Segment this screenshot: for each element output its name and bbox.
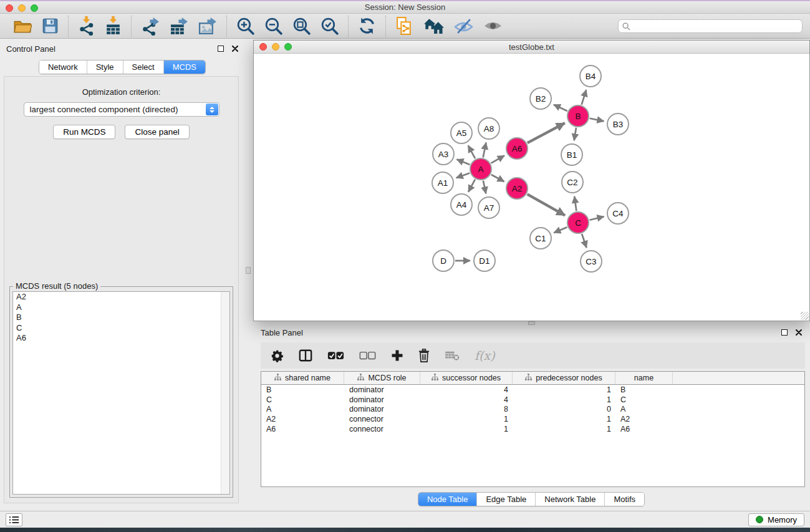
close-panel-button[interactable]: Close panel (125, 125, 189, 139)
zoom-window-icon[interactable] (31, 4, 38, 12)
cell[interactable]: connector (344, 425, 420, 433)
graph-node-A2[interactable]: A2 (506, 178, 528, 199)
graph-node-A6[interactable]: A6 (506, 138, 528, 159)
tab-mcds[interactable]: MCDS (164, 60, 205, 74)
new-network-file-icon[interactable] (395, 16, 413, 36)
column-header-shared-name[interactable]: shared name (261, 372, 344, 384)
graph-node-D1[interactable]: D1 (474, 250, 495, 271)
cell[interactable]: B (615, 385, 673, 394)
cell[interactable]: A (261, 405, 344, 414)
cell[interactable]: 1 (513, 385, 615, 394)
column-header-name[interactable]: name (615, 372, 673, 384)
minimize-network-icon[interactable] (272, 43, 279, 51)
cell[interactable]: 4 (420, 385, 513, 394)
mcds-result-list[interactable]: A2ABCA6 (12, 291, 230, 495)
graph-edge-A-A6[interactable] (491, 155, 505, 163)
cell[interactable]: A (615, 405, 673, 414)
column-header-successor-nodes[interactable]: successor nodes (420, 372, 513, 384)
cell[interactable]: B (261, 385, 344, 394)
resize-grip-icon[interactable] (801, 312, 809, 320)
cell[interactable]: 1 (513, 395, 615, 404)
float-table-panel-icon[interactable] (781, 329, 788, 336)
task-history-button[interactable] (6, 513, 22, 526)
column-header-predecessor-nodes[interactable]: predecessor nodes (513, 372, 615, 384)
tab-network[interactable]: Network (39, 60, 87, 74)
graph-node-B2[interactable]: B2 (530, 88, 551, 109)
graph-node-C2[interactable]: C2 (562, 172, 583, 193)
cell[interactable]: C (261, 395, 344, 404)
cell[interactable]: dominator (344, 385, 420, 394)
graph-node-B1[interactable]: B1 (561, 144, 582, 165)
graph-node-A8[interactable]: A8 (478, 118, 499, 139)
splitter-grip-vertical[interactable] (246, 267, 251, 274)
graph-node-C4[interactable]: C4 (607, 203, 629, 224)
mcds-result-item[interactable]: B (13, 312, 229, 323)
column-browser-icon[interactable] (299, 349, 312, 362)
zoom-in-icon[interactable] (236, 17, 254, 35)
graph-edge-A-A3[interactable] (456, 160, 470, 165)
table-row[interactable]: Adominator80A (261, 405, 804, 415)
tab-network-table[interactable]: Network Table (536, 493, 605, 506)
graph-edge-B-B4[interactable] (582, 90, 586, 105)
graph-edge-A6-B[interactable] (528, 123, 565, 143)
graph-node-D[interactable]: D (433, 250, 454, 271)
cell[interactable]: dominator (344, 405, 420, 414)
mcds-result-item[interactable]: A6 (13, 333, 229, 344)
graph-edge-B-B1[interactable] (574, 128, 576, 141)
deselect-all-icon[interactable] (359, 351, 376, 360)
graph-node-A4[interactable]: A4 (451, 194, 472, 215)
tab-edge-table[interactable]: Edge Table (477, 493, 536, 506)
zoom-fit-icon[interactable] (292, 17, 311, 35)
mcds-result-item[interactable]: A (13, 302, 229, 313)
criterion-dropdown[interactable]: largest connected component (directed) (24, 102, 219, 117)
hide-panel-icon[interactable] (454, 17, 473, 35)
cell[interactable]: 1 (513, 415, 615, 423)
scrollbar[interactable] (221, 292, 229, 494)
graph-edge-A-A4[interactable] (468, 180, 475, 192)
graph-node-A1[interactable]: A1 (432, 172, 453, 193)
cell[interactable]: A6 (261, 425, 344, 433)
cell[interactable]: 8 (420, 405, 513, 414)
export-image-icon[interactable] (198, 17, 217, 36)
import-table-icon[interactable] (105, 16, 122, 36)
cell[interactable]: 4 (420, 395, 513, 404)
zoom-network-icon[interactable] (284, 43, 292, 51)
show-eye-icon[interactable] (483, 19, 503, 33)
tab-motifs[interactable]: Motifs (605, 493, 644, 506)
graph-edge-B-B3[interactable] (590, 118, 604, 122)
cell[interactable]: C (615, 395, 673, 404)
graph-node-A[interactable]: A (470, 158, 491, 180)
graph-edge-A-A5[interactable] (468, 145, 475, 158)
import-network-icon[interactable] (78, 16, 95, 36)
select-all-icon[interactable] (327, 351, 344, 360)
graph-edge-A-A1[interactable] (456, 173, 470, 178)
cell[interactable]: connector (344, 415, 420, 423)
graph-node-C[interactable]: C (567, 212, 589, 233)
tab-style[interactable]: Style (87, 60, 123, 74)
cell[interactable]: A2 (615, 415, 673, 423)
cell[interactable]: 1 (420, 425, 513, 433)
mcds-result-item[interactable]: A2 (13, 292, 229, 302)
graph-node-B3[interactable]: B3 (607, 114, 629, 135)
cell[interactable]: A2 (261, 415, 344, 423)
graph-edge-C-C4[interactable] (590, 216, 604, 220)
graph-node-B4[interactable]: B4 (580, 65, 601, 87)
search-input[interactable] (618, 19, 803, 33)
graph-edge-A2-C[interactable] (528, 194, 566, 215)
graph-edge-C-C1[interactable] (554, 227, 567, 233)
graph-edge-A-A2[interactable] (491, 175, 504, 181)
refresh-icon[interactable] (358, 17, 376, 35)
memory-button[interactable]: Memory (748, 513, 804, 526)
graph-node-A5[interactable]: A5 (451, 122, 472, 143)
delete-icon[interactable] (418, 349, 430, 362)
graph-node-A3[interactable]: A3 (433, 143, 454, 165)
graph-edge-A-A8[interactable] (483, 143, 486, 158)
graph-node-A7[interactable]: A7 (478, 197, 499, 218)
float-panel-icon[interactable] (218, 46, 224, 52)
export-network-icon[interactable] (141, 17, 160, 36)
cell[interactable]: 0 (513, 405, 615, 414)
table-row[interactable]: A6connector11A6 (261, 424, 804, 434)
column-header-mcds-role[interactable]: MCDS role (344, 372, 420, 384)
graph-node-B[interactable]: B (567, 105, 589, 127)
cell[interactable]: 1 (420, 415, 513, 423)
